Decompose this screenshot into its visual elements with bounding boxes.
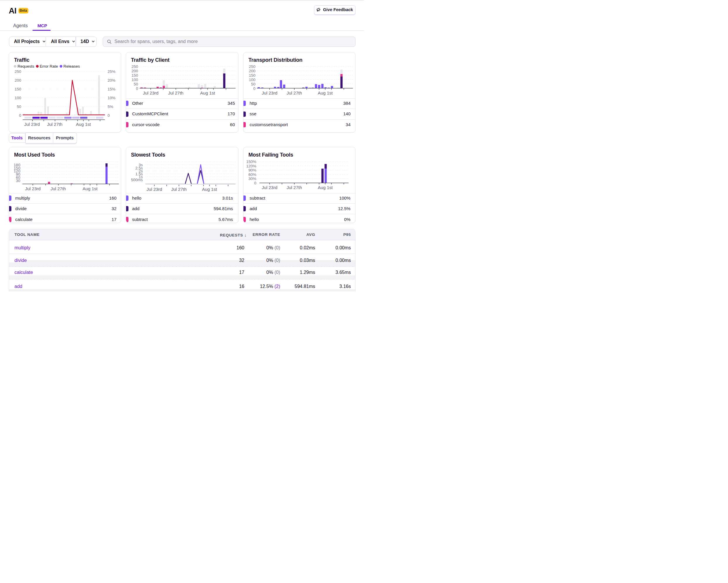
svg-text:10%: 10%: [108, 96, 115, 100]
svg-text:150: 150: [249, 73, 256, 77]
svg-text:0: 0: [254, 181, 256, 185]
svg-text:Jul 23rd: Jul 23rd: [262, 185, 277, 190]
svg-text:Jul 23rd: Jul 23rd: [25, 186, 41, 191]
svg-text:15%: 15%: [108, 87, 115, 91]
svg-text:50: 50: [133, 82, 138, 86]
svg-text:Jul 27th: Jul 27th: [51, 186, 66, 191]
svg-text:Aug 1st: Aug 1st: [200, 90, 215, 95]
svg-text:Jul 23rd: Jul 23rd: [24, 122, 40, 127]
svg-text:250: 250: [15, 69, 21, 74]
svg-text:Aug 1st: Aug 1st: [318, 185, 333, 190]
svg-text:25%: 25%: [108, 69, 115, 74]
svg-text:50: 50: [17, 104, 21, 109]
svg-text:Jul 27th: Jul 27th: [171, 187, 187, 192]
svg-text:90%: 90%: [249, 168, 256, 172]
svg-text:100: 100: [131, 77, 138, 82]
svg-text:Jul 23rd: Jul 23rd: [143, 90, 158, 95]
svg-text:Jul 27th: Jul 27th: [168, 90, 183, 95]
svg-text:30%: 30%: [249, 176, 256, 181]
svg-text:200: 200: [15, 78, 21, 82]
svg-text:120%: 120%: [246, 164, 256, 168]
svg-text:100: 100: [15, 96, 21, 100]
svg-text:Jul 23rd: Jul 23rd: [262, 90, 277, 95]
svg-text:0: 0: [108, 113, 110, 118]
svg-text:200: 200: [131, 69, 138, 73]
svg-text:0: 0: [19, 113, 21, 118]
svg-text:0: 0: [136, 86, 138, 91]
svg-text:250: 250: [249, 64, 256, 69]
svg-text:150: 150: [15, 87, 21, 91]
svg-text:Aug 1st: Aug 1st: [202, 187, 217, 192]
svg-text:150: 150: [131, 73, 138, 77]
svg-text:5%: 5%: [108, 104, 113, 109]
svg-text:250: 250: [131, 64, 138, 69]
svg-text:Jul 27th: Jul 27th: [47, 122, 62, 127]
svg-text:50: 50: [251, 82, 256, 86]
svg-text:150%: 150%: [246, 159, 256, 164]
svg-text:30: 30: [16, 179, 20, 183]
svg-text:0: 0: [253, 86, 256, 91]
svg-text:Aug 1st: Aug 1st: [82, 186, 98, 191]
svg-text:Aug 1st: Aug 1st: [318, 90, 333, 95]
svg-text:Jul 27th: Jul 27th: [287, 185, 302, 190]
svg-text:Jul 23rd: Jul 23rd: [146, 187, 162, 192]
svg-text:200: 200: [249, 69, 256, 73]
svg-text:Aug 1st: Aug 1st: [76, 122, 91, 127]
svg-text:Jul 27th: Jul 27th: [287, 90, 302, 95]
svg-text:20%: 20%: [108, 78, 115, 82]
svg-text:60%: 60%: [249, 172, 256, 177]
svg-text:100: 100: [249, 77, 256, 82]
svg-text:500ms: 500ms: [131, 178, 143, 182]
